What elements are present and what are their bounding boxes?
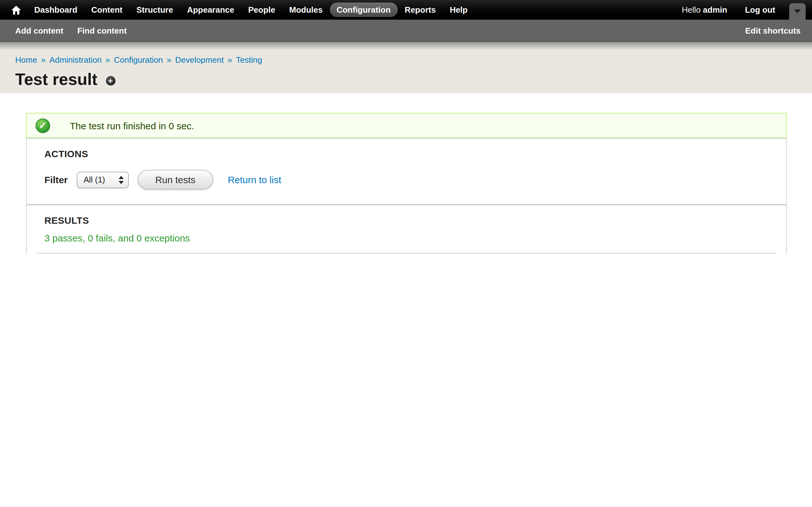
actions-row: Filter All (1) Run tests Return to list [27, 159, 786, 204]
page: DashboardContentStructureAppearancePeopl… [0, 0, 812, 253]
admin-toolbar: DashboardContentStructureAppearancePeopl… [0, 0, 812, 20]
results-summary: 3 passes, 0 fails, and 0 exceptions [27, 226, 786, 243]
filter-select-value: All (1) [84, 175, 105, 184]
breadcrumb-link-administration[interactable]: Administration [49, 55, 102, 65]
breadcrumb-link-configuration[interactable]: Configuration [114, 55, 163, 65]
breadcrumb-separator: » [41, 55, 45, 65]
toolbar-account-area: Hello admin Log out [682, 5, 775, 14]
breadcrumb: Home»Administration»Configuration»Develo… [15, 56, 797, 65]
breadcrumb-separator: » [106, 55, 110, 65]
main-content: ✓ The test run finished in 0 sec. ACTION… [0, 93, 812, 253]
filter-label: Filter [44, 174, 67, 185]
actions-fieldset: ACTIONS Filter All (1) Run tests Return … [26, 138, 786, 205]
breadcrumb-link-home[interactable]: Home [15, 55, 37, 65]
shortcut-link-add-content[interactable]: Add content [15, 26, 63, 36]
filter-select[interactable]: All (1) [77, 171, 129, 188]
toolbar-item-people[interactable]: People [241, 3, 282, 17]
shortcut-link-find-content[interactable]: Find content [78, 26, 127, 36]
shortcut-bar-shadow [0, 42, 812, 50]
toolbar-item-appearance[interactable]: Appearance [180, 3, 241, 17]
breadcrumb-link-development[interactable]: Development [175, 55, 223, 65]
select-stepper-icon [118, 176, 123, 184]
status-message: ✓ The test run finished in 0 sec. [26, 113, 786, 138]
header-region: Home»Administration»Configuration»Develo… [0, 42, 812, 93]
toolbar-item-reports[interactable]: Reports [398, 3, 443, 17]
shortcut-links: Add contentFind content [15, 26, 745, 36]
results-legend: RESULTS [27, 205, 786, 226]
actions-legend: ACTIONS [27, 139, 786, 159]
chevron-down-icon [794, 9, 801, 13]
greeting-prefix: Hello [682, 5, 703, 14]
toolbar-menu: DashboardContentStructureAppearancePeopl… [8, 3, 682, 17]
return-to-list-link[interactable]: Return to list [228, 174, 281, 185]
test-group-fieldset: TOGGLE OPTIONAL FIELDS UNIT TESTS Test t… [36, 253, 776, 253]
toolbar-item-dashboard[interactable]: Dashboard [27, 3, 84, 17]
breadcrumb-separator: » [167, 55, 171, 65]
breadcrumb-link-testing[interactable]: Testing [236, 55, 262, 65]
username-link[interactable]: admin [703, 5, 727, 14]
home-icon [11, 5, 21, 14]
toolbar-item-help[interactable]: Help [443, 3, 474, 17]
page-title-row: Test result + [15, 65, 797, 88]
page-title: Test result [15, 70, 97, 88]
add-shortcut-icon[interactable]: + [106, 76, 115, 85]
results-fieldset: RESULTS 3 passes, 0 fails, and 0 excepti… [26, 205, 786, 253]
logout-link[interactable]: Log out [745, 5, 775, 14]
run-tests-button[interactable]: Run tests [137, 170, 213, 189]
greeting: Hello admin [682, 5, 727, 14]
home-button[interactable] [8, 3, 27, 17]
toolbar-item-configuration[interactable]: Configuration [329, 3, 397, 17]
toolbar-item-modules[interactable]: Modules [282, 3, 329, 17]
shortcut-bar: Add contentFind content Edit shortcuts [0, 20, 812, 42]
toolbar-item-structure[interactable]: Structure [130, 3, 180, 17]
status-message-text: The test run finished in 0 sec. [70, 120, 194, 131]
toolbar-toggle-tab[interactable] [789, 3, 806, 20]
breadcrumb-separator: » [227, 55, 232, 65]
toolbar-item-content[interactable]: Content [84, 3, 130, 17]
status-ok-icon: ✓ [36, 118, 50, 133]
edit-shortcuts-link[interactable]: Edit shortcuts [745, 26, 801, 36]
